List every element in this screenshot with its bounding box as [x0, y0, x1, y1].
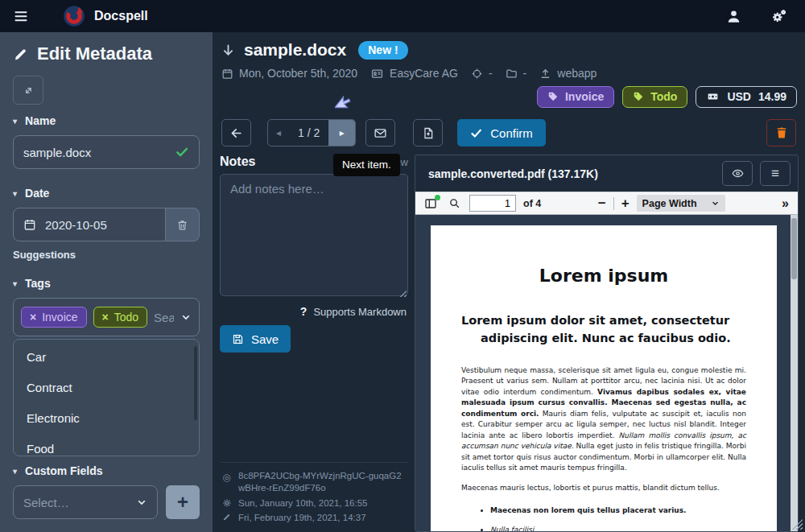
arrow-left-icon [229, 126, 243, 140]
tag-option[interactable]: Contract [14, 373, 199, 403]
next-item-button[interactable]: ▸ [328, 120, 355, 146]
item-detail-main: sample.docx New ! Mon, October 5th, 2020… [213, 32, 805, 532]
new-badge[interactable]: New ! [358, 41, 407, 60]
hamburger-menu-icon[interactable] [13, 8, 29, 24]
tag-option[interactable]: Electronic [14, 403, 199, 434]
circle-dot-icon: ◎ [221, 471, 232, 484]
pencil-icon [13, 47, 28, 62]
item-date: Mon, October 5th, 2020 [221, 67, 357, 80]
dropdown-scrollbar[interactable] [194, 346, 197, 420]
suggestions-label: Suggestions [13, 249, 200, 261]
caret-down-icon: ▾ [13, 117, 17, 126]
user-icon[interactable] [726, 9, 741, 24]
app-brand[interactable]: Docspell [63, 5, 148, 27]
caret-down-icon: ▾ [13, 189, 17, 198]
pdf-doc-subtitle: Lorem ipsum dolor sit amet, consectetur … [461, 311, 746, 348]
attachment-menu-button[interactable]: ≡ [760, 161, 791, 186]
tag-badge-todo[interactable]: Todo [622, 86, 687, 108]
pdf-scrollbar[interactable] [791, 215, 798, 531]
zoom-in-icon[interactable]: + [621, 196, 630, 212]
pdf-scrollbar-thumb[interactable] [791, 218, 797, 279]
zoom-out-icon[interactable]: − [598, 196, 606, 212]
folder-icon [506, 68, 518, 80]
pdf-search-icon[interactable] [446, 196, 462, 212]
caret-left-icon: ◂ [276, 127, 281, 138]
tag-icon [547, 91, 559, 102]
chevron-down-icon[interactable] [180, 311, 192, 323]
check-icon [175, 145, 189, 159]
mouse-cursor [335, 93, 353, 111]
mail-button[interactable] [365, 119, 395, 146]
preview-eye-button[interactable] [722, 161, 753, 186]
confirm-button[interactable]: Confirm [457, 119, 546, 146]
tag-chip-todo[interactable]: × Todo [93, 307, 148, 328]
item-correspondent[interactable]: EasyCare AG [370, 67, 458, 80]
pdf-zoom-select[interactable]: Page Width [637, 195, 725, 212]
tag-badge-invoice[interactable]: Invoice [537, 86, 614, 108]
pager-position: 1 / 2 [289, 120, 328, 146]
section-custom-fields[interactable]: ▾ Custom Fields [13, 464, 200, 477]
sidebar-title: Edit Metadata [37, 43, 152, 64]
section-date[interactable]: ▾ Date [13, 187, 200, 200]
money-bill-icon [706, 91, 720, 102]
calendar-icon [23, 218, 36, 231]
tag-option[interactable]: Car [14, 342, 199, 373]
caret-right-icon: ▸ [340, 127, 345, 138]
amount-badge[interactable]: USD 14.99 [696, 86, 797, 108]
attachment-panel: sample.converted.pdf (137.17K) ≡ [415, 155, 799, 532]
pdfjs-toolbar: of 4 − + Page Width » [415, 192, 798, 215]
floppy-disk-icon [232, 333, 244, 345]
bars-icon: ≡ [771, 167, 779, 180]
markdown-hint[interactable]: Supports Markdown [313, 306, 407, 318]
expand-sidebar-button[interactable] [13, 76, 43, 105]
pencil-icon [221, 513, 232, 522]
pdf-sidebar-toggle-icon[interactable] [423, 196, 439, 212]
crosshair-icon [471, 68, 483, 80]
top-navbar: Docspell [0, 0, 805, 32]
notes-title: Notes [220, 155, 255, 169]
tag-options-dropdown: Car Contract Electronic Food Important [13, 339, 200, 456]
app-title: Docspell [94, 9, 148, 23]
pdf-more-tools-icon[interactable]: » [782, 196, 791, 211]
plus-icon: + [177, 491, 188, 513]
envelope-icon [374, 126, 387, 140]
item-id: 8c8PFA2UCbg-MYrWzjnRgUC-guqaG2wBHre-rEnZ… [238, 470, 407, 495]
eye-icon [731, 167, 745, 179]
settings-cogs-icon[interactable] [770, 8, 787, 25]
created-date: Sun, January 10th, 2021, 16:55 [238, 497, 367, 510]
add-file-button[interactable] [413, 119, 443, 146]
name-input[interactable]: sample.docx [13, 135, 200, 169]
back-button[interactable] [221, 119, 251, 146]
toolbar-divider [613, 197, 614, 210]
clear-date-button[interactable] [166, 208, 200, 241]
remove-tag-icon[interactable]: × [102, 311, 109, 324]
add-custom-field-button[interactable]: + [166, 485, 200, 519]
item-toolbar: ◂ 1 / 2 ▸ Confirm [220, 119, 799, 146]
tags-multiselect[interactable]: × Invoice × Todo Search… [13, 298, 200, 336]
pdf-page-input[interactable] [469, 195, 516, 212]
section-tags[interactable]: ▾ Tags [13, 277, 200, 290]
custom-field-select[interactable]: Select… [13, 485, 158, 519]
next-item-tooltip: Next item. [333, 154, 400, 176]
chevron-down-icon [711, 199, 720, 208]
calendar-icon [221, 68, 233, 80]
notes-textarea[interactable] [220, 174, 408, 296]
arrow-down-icon [221, 43, 235, 58]
tag-chip-invoice[interactable]: × Invoice [21, 307, 87, 328]
section-name[interactable]: ▾ Name [13, 114, 200, 127]
delete-item-button[interactable] [766, 119, 796, 146]
question-icon: ? [300, 305, 308, 318]
pdf-bullet: Maecenas non lorem quis tellus placerat … [490, 505, 746, 516]
file-upload-icon [422, 126, 435, 140]
tag-icon [633, 91, 644, 102]
caret-down-icon: ▾ [13, 279, 17, 288]
item-concerning[interactable]: - [471, 67, 493, 80]
date-input[interactable]: 2020-10-05 [13, 208, 166, 241]
item-folder[interactable]: - [506, 67, 527, 80]
remove-tag-icon[interactable]: × [30, 311, 36, 324]
prev-item-button[interactable]: ◂ [268, 120, 289, 146]
pdf-viewport[interactable]: Lorem ipsum Lorem ipsum dolor sit amet, … [415, 215, 798, 531]
save-notes-button[interactable]: Save [220, 325, 291, 353]
tag-option[interactable]: Food [14, 434, 199, 456]
trash-icon [176, 219, 188, 231]
